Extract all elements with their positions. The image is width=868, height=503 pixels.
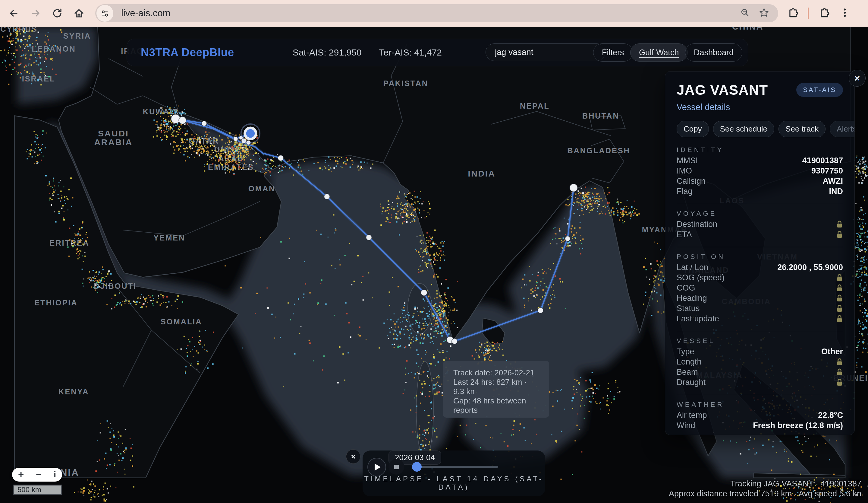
track-waypoint[interactable] bbox=[452, 338, 457, 344]
track-waypoint[interactable] bbox=[278, 155, 283, 161]
detail-row: Last update bbox=[676, 313, 843, 324]
detail-row: Heading bbox=[676, 293, 843, 303]
lock-icon bbox=[836, 304, 843, 313]
map-attribution: Tracking JAG VASANT · 419001387 Approx d… bbox=[669, 479, 861, 499]
site-controls-icon[interactable] bbox=[96, 5, 113, 22]
track-waypoint[interactable] bbox=[570, 184, 578, 192]
browser-menu-button[interactable] bbox=[839, 7, 850, 20]
brand-logo[interactable]: N3TRA DeepBlue bbox=[141, 39, 234, 66]
detail-value: 9307750 bbox=[812, 166, 843, 175]
lock-icon bbox=[836, 294, 843, 302]
detail-row: IMO9307750 bbox=[676, 165, 843, 176]
forward-button[interactable] bbox=[25, 2, 46, 24]
timelapse-close-button[interactable]: × bbox=[346, 449, 360, 464]
app-header: N3TRA DeepBlue Sat-AIS: 291,950 Ter-AIS:… bbox=[127, 39, 748, 67]
track-waypoint[interactable] bbox=[202, 121, 207, 126]
track-waypoint[interactable] bbox=[538, 308, 544, 313]
vessel-marker-ring bbox=[246, 129, 255, 138]
url-text[interactable]: live-ais.com bbox=[121, 8, 740, 19]
zoom-out-button[interactable]: − bbox=[36, 468, 42, 482]
detail-label: Flag bbox=[676, 187, 693, 196]
gulf-watch-button[interactable]: Gulf Watch bbox=[630, 43, 688, 62]
detail-row: CallsignAWZI bbox=[676, 176, 843, 186]
lock-icon bbox=[836, 315, 843, 323]
detail-label: Draught bbox=[676, 378, 705, 387]
home-button[interactable] bbox=[68, 2, 90, 24]
detail-row: FlagIND bbox=[676, 186, 843, 197]
dashboard-button[interactable]: Dashboard bbox=[685, 43, 742, 62]
sat-ais-badge: SAT-AIS bbox=[796, 83, 843, 97]
section-title: IDENTITY bbox=[676, 144, 843, 155]
track-line bbox=[455, 188, 574, 341]
stat-ter-ais: Ter-AIS: 41,472 bbox=[379, 47, 442, 58]
panel-close-button[interactable]: × bbox=[849, 70, 866, 87]
detail-label: Lat / Lon bbox=[676, 263, 708, 272]
panel-section-position: POSITIONLat / Lon26.2000 , 55.9000SOG (s… bbox=[676, 247, 843, 324]
track-waypoint[interactable] bbox=[565, 236, 570, 241]
detail-row: Status bbox=[676, 303, 843, 313]
reload-button[interactable] bbox=[46, 2, 68, 24]
back-button[interactable] bbox=[3, 2, 25, 24]
track-waypoint[interactable] bbox=[324, 194, 330, 200]
tooltip-track-date: Track date: 2026-02-21 bbox=[453, 368, 539, 378]
extensions-icon[interactable] bbox=[787, 7, 799, 20]
vessel-details-link[interactable]: Vessel details bbox=[676, 102, 843, 112]
track-waypoint[interactable] bbox=[233, 137, 238, 141]
track-waypoint[interactable] bbox=[179, 117, 186, 124]
section-title: VESSEL bbox=[676, 335, 843, 346]
lock-icon bbox=[836, 379, 843, 386]
lock-icon bbox=[836, 231, 843, 239]
detail-label: Callsign bbox=[676, 177, 705, 186]
tracking-status: Tracking JAG VASANT · 419001387 bbox=[669, 479, 861, 489]
slider-thumb[interactable] bbox=[412, 462, 422, 472]
detail-value: AWZI bbox=[823, 177, 843, 186]
panel-actions: CopySee scheduleSee trackAlertsAdd to Fl… bbox=[676, 121, 843, 137]
detail-row: COG bbox=[676, 283, 843, 293]
lock-icon bbox=[836, 368, 843, 376]
toolbar-separator bbox=[808, 8, 809, 19]
lock-icon bbox=[836, 274, 843, 282]
play-icon bbox=[375, 463, 381, 471]
see-schedule-button[interactable]: See schedule bbox=[713, 121, 775, 137]
url-bar[interactable]: live-ais.com bbox=[95, 4, 778, 22]
extensions-icon-2[interactable] bbox=[818, 7, 830, 20]
detail-row: Destination bbox=[676, 219, 843, 229]
zoom-in-button[interactable]: + bbox=[18, 468, 24, 482]
panel-section-identity: IDENTITYMMSI419001387IMO9307750CallsignA… bbox=[676, 143, 843, 197]
info-button[interactable]: i bbox=[54, 468, 56, 482]
timelapse-slider[interactable] bbox=[413, 466, 498, 468]
section-title: VOYAGE bbox=[676, 208, 843, 219]
vessel-search-input[interactable] bbox=[486, 43, 606, 61]
panel-section-voyage: VOYAGEDestinationETA bbox=[676, 204, 843, 240]
copy-button[interactable]: Copy bbox=[676, 121, 709, 137]
track-waypoint[interactable] bbox=[421, 289, 427, 296]
detail-row: Length bbox=[676, 357, 843, 367]
filters-button[interactable]: Filters bbox=[593, 43, 633, 62]
detail-row: Lat / Lon26.2000 , 55.9000 bbox=[676, 262, 843, 272]
zoom-page-icon[interactable] bbox=[740, 7, 751, 19]
tooltip-gap: Gap: 48 hrs between reports bbox=[453, 396, 539, 415]
lock-icon bbox=[836, 358, 843, 366]
detail-row: ETA bbox=[676, 229, 843, 240]
detail-label: Air temp bbox=[676, 411, 707, 420]
detail-label: Last update bbox=[676, 314, 719, 323]
tooltip-last-24hrs: Last 24 hrs: 827 km · 9.3 kn bbox=[453, 378, 539, 396]
vessel-position-marker[interactable] bbox=[241, 124, 260, 143]
track-waypoint[interactable] bbox=[366, 235, 372, 241]
detail-label: Length bbox=[676, 357, 702, 366]
vessel-panel: JAG VASANT SAT-AIS Vessel details CopySe… bbox=[665, 71, 855, 435]
panel-section-weather: WEATHERAir temp22.8°CWindFresh breeze (1… bbox=[676, 395, 843, 431]
see-track-button[interactable]: See track bbox=[778, 121, 826, 137]
detail-label: MMSI bbox=[676, 156, 698, 165]
detail-value: 22.8°C bbox=[818, 411, 843, 420]
detail-value: IND bbox=[829, 187, 843, 196]
vessel-title: JAG VASANT bbox=[676, 82, 768, 98]
detail-row: Air temp22.8°C bbox=[676, 410, 843, 420]
play-button[interactable] bbox=[368, 458, 386, 476]
alerts-button[interactable]: Alerts bbox=[830, 121, 855, 137]
stop-icon bbox=[394, 465, 399, 469]
detail-value: Other bbox=[821, 347, 843, 356]
stop-button[interactable] bbox=[389, 459, 404, 475]
bookmark-star-icon[interactable] bbox=[758, 7, 770, 20]
stat-sat-ais: Sat-AIS: 291,950 bbox=[293, 47, 362, 58]
